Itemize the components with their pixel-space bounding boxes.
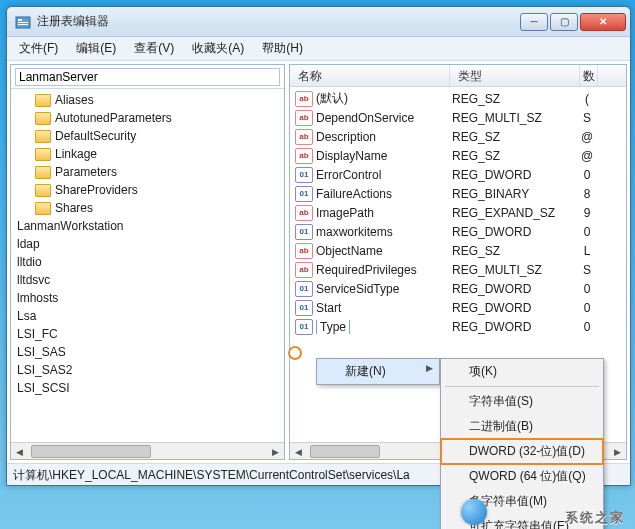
maximize-button[interactable]: ▢ <box>550 13 578 31</box>
binary-value-icon <box>295 186 313 202</box>
menu-item-new[interactable]: 新建(N) <box>317 359 439 384</box>
tree-item[interactable]: lltdio <box>17 253 284 271</box>
value-name: DisplayName <box>316 149 452 163</box>
list-row[interactable]: RequiredPrivilegesREG_MULTI_SZS <box>290 260 626 279</box>
tree-item-label: lltdio <box>17 255 42 269</box>
value-type: REG_DWORD <box>452 225 580 239</box>
value-data: L <box>580 244 594 258</box>
folder-icon <box>35 112 51 125</box>
window-controls: ─ ▢ ✕ <box>520 13 626 31</box>
menu-item-binary[interactable]: 二进制值(B) <box>441 414 603 439</box>
list-row[interactable]: TypeREG_DWORD0 <box>290 317 626 336</box>
menu-view[interactable]: 查看(V) <box>126 38 182 59</box>
tree-item[interactable]: LSI_SAS <box>17 343 284 361</box>
tree-item-label: Lsa <box>17 309 36 323</box>
tree-item-label: lltdsvc <box>17 273 50 287</box>
tree-item-label: DefaultSecurity <box>55 129 136 143</box>
list-row[interactable]: DependOnServiceREG_MULTI_SZS <box>290 108 626 127</box>
value-name: ObjectName <box>316 244 452 258</box>
folder-icon <box>35 166 51 179</box>
list-row[interactable]: ObjectNameREG_SZL <box>290 241 626 260</box>
window-title: 注册表编辑器 <box>37 13 520 30</box>
value-data: ( <box>580 92 594 106</box>
binary-value-icon <box>295 319 313 335</box>
tree-hscroll[interactable]: ◀ ▶ <box>11 442 284 459</box>
value-data: 0 <box>580 225 594 239</box>
tree-search-input[interactable] <box>15 68 280 86</box>
scroll-left-icon[interactable]: ◀ <box>11 443 28 460</box>
list-row[interactable]: StartREG_DWORD0 <box>290 298 626 317</box>
tree-item[interactable]: Parameters <box>17 163 284 181</box>
tree-item-label: Shares <box>55 201 93 215</box>
scroll-right-icon[interactable]: ▶ <box>267 443 284 460</box>
list-row[interactable]: DescriptionREG_SZ@ <box>290 127 626 146</box>
list-row[interactable]: DisplayNameREG_SZ@ <box>290 146 626 165</box>
string-value-icon <box>295 243 313 259</box>
scroll-right-icon[interactable]: ▶ <box>609 443 626 460</box>
value-data: S <box>580 263 594 277</box>
list-row[interactable]: ImagePathREG_EXPAND_SZ9 <box>290 203 626 222</box>
rename-input[interactable]: Type <box>316 320 350 334</box>
menu-edit[interactable]: 编辑(E) <box>68 38 124 59</box>
tree-item[interactable]: Linkage <box>17 145 284 163</box>
tree-item[interactable]: DefaultSecurity <box>17 127 284 145</box>
tree-item-label: LSI_SAS <box>17 345 66 359</box>
list-row[interactable]: (默认)REG_SZ( <box>290 89 626 108</box>
tree-item[interactable]: ldap <box>17 235 284 253</box>
list-row[interactable]: ServiceSidTypeREG_DWORD0 <box>290 279 626 298</box>
folder-icon <box>35 148 51 161</box>
tree-body[interactable]: AliasesAutotunedParametersDefaultSecurit… <box>11 89 284 442</box>
tree-item[interactable]: lltdsvc <box>17 271 284 289</box>
menu-help[interactable]: 帮助(H) <box>254 38 311 59</box>
list-header: 名称 类型 数 <box>290 65 626 87</box>
scroll-thumb[interactable] <box>310 445 380 458</box>
menu-fav[interactable]: 收藏夹(A) <box>184 38 252 59</box>
menu-file[interactable]: 文件(F) <box>11 38 66 59</box>
menu-item-qword[interactable]: QWORD (64 位)值(Q) <box>441 464 603 489</box>
string-value-icon <box>295 91 313 107</box>
context-menu-primary: 新建(N) <box>316 358 440 385</box>
tree-item[interactable]: Aliases <box>17 91 284 109</box>
value-name: maxworkitems <box>316 225 452 239</box>
close-button[interactable]: ✕ <box>580 13 626 31</box>
tree-item-label: LSI_SCSI <box>17 381 70 395</box>
value-data: 0 <box>580 301 594 315</box>
col-name[interactable]: 名称 <box>290 65 450 86</box>
list-row[interactable]: FailureActionsREG_BINARY8 <box>290 184 626 203</box>
scroll-thumb[interactable] <box>31 445 151 458</box>
string-value-icon <box>295 129 313 145</box>
tree-item[interactable]: Lsa <box>17 307 284 325</box>
binary-value-icon <box>295 224 313 240</box>
folder-icon <box>35 184 51 197</box>
value-type: REG_MULTI_SZ <box>452 111 580 125</box>
tree-item[interactable]: LSI_FC <box>17 325 284 343</box>
tree-item[interactable]: lmhosts <box>17 289 284 307</box>
list-row[interactable]: maxworkitemsREG_DWORD0 <box>290 222 626 241</box>
col-type[interactable]: 类型 <box>450 65 580 86</box>
value-name: Description <box>316 130 452 144</box>
list-row[interactable]: ErrorControlREG_DWORD0 <box>290 165 626 184</box>
minimize-button[interactable]: ─ <box>520 13 548 31</box>
value-name: ErrorControl <box>316 168 452 182</box>
menu-item-string[interactable]: 字符串值(S) <box>441 389 603 414</box>
tree-item[interactable]: LSI_SCSI <box>17 379 284 397</box>
col-data[interactable]: 数 <box>580 65 598 86</box>
menu-item-dword[interactable]: DWORD (32-位)值(D) <box>441 439 603 464</box>
tree-item[interactable]: ShareProviders <box>17 181 284 199</box>
tree-item-label: ShareProviders <box>55 183 138 197</box>
string-value-icon <box>295 205 313 221</box>
svg-rect-2 <box>18 22 28 23</box>
tree-item[interactable]: LanmanWorkstation <box>17 217 284 235</box>
tree-item[interactable]: Shares <box>17 199 284 217</box>
tree-item-label: LSI_SAS2 <box>17 363 72 377</box>
tree-item[interactable]: AutotunedParameters <box>17 109 284 127</box>
scroll-left-icon[interactable]: ◀ <box>290 443 307 460</box>
value-data: 0 <box>580 168 594 182</box>
tree-item-label: LanmanWorkstation <box>17 219 124 233</box>
app-icon <box>15 14 31 30</box>
titlebar[interactable]: 注册表编辑器 ─ ▢ ✕ <box>7 7 630 37</box>
watermark-text: 系统之家 <box>565 509 625 527</box>
menu-item-key[interactable]: 项(K) <box>441 359 603 384</box>
tree-item-label: AutotunedParameters <box>55 111 172 125</box>
tree-item[interactable]: LSI_SAS2 <box>17 361 284 379</box>
